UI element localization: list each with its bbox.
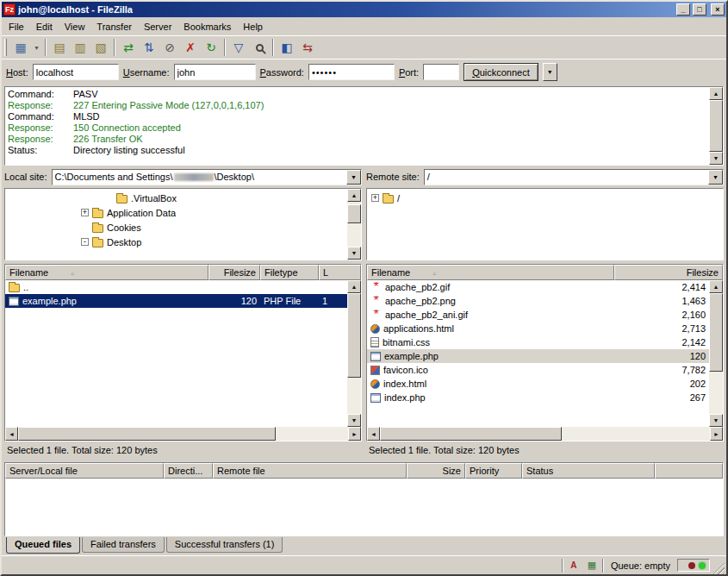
remote-list-hscrollbar[interactable]: ◄ ► [367, 427, 723, 441]
column-header-filesize[interactable]: Filesize [614, 265, 723, 280]
directory-comparison-button[interactable]: ◧ [277, 38, 297, 57]
scroll-up-button[interactable]: ▲ [709, 87, 723, 100]
scroll-left-button[interactable]: ◄ [5, 427, 18, 441]
remote-tree-item-root[interactable]: +/ [367, 191, 723, 205]
scrollbar-thumb[interactable] [709, 100, 723, 152]
column-header-last-modified[interactable]: L [319, 265, 361, 280]
host-input[interactable] [33, 64, 119, 80]
queue-column-direction[interactable]: Directi... [164, 463, 213, 479]
file-row-example-php[interactable]: example.php120 [367, 349, 709, 363]
tab-failed-transfers[interactable]: Failed transfers [82, 537, 165, 553]
scroll-down-button[interactable]: ▼ [347, 247, 361, 260]
local-list-scrollbar[interactable]: ▲ ▼ [347, 280, 361, 427]
local-list-hscrollbar[interactable]: ◄ ► [5, 427, 361, 441]
collapse-minus-icon[interactable]: - [81, 238, 89, 246]
queue-column-remote-file[interactable]: Remote file [213, 463, 407, 479]
toggle-transfer-queue-button[interactable]: ▧ [90, 38, 111, 57]
log-scrollbar[interactable]: ▲ ▼ [709, 87, 723, 165]
queue-column-server-local-file[interactable]: Server/Local file [5, 463, 164, 479]
tree-item-application-data[interactable]: +Application Data [5, 205, 347, 220]
column-header-filetype[interactable]: Filetype [260, 265, 319, 280]
scrollbar-track[interactable] [347, 293, 361, 414]
scrollbar-track[interactable] [709, 293, 723, 414]
scrollbar-thumb[interactable] [347, 204, 361, 223]
file-row[interactable]: *apache_pb2_ani.gif2,160 [367, 308, 709, 322]
process-queue-button[interactable]: ⇅ [139, 38, 159, 57]
menu-help[interactable]: Help [237, 19, 269, 34]
menu-view[interactable]: View [59, 19, 91, 34]
menu-bookmarks[interactable]: Bookmarks [177, 19, 237, 34]
password-input[interactable] [308, 64, 395, 80]
expand-plus-icon[interactable]: + [81, 209, 89, 216]
filter-button[interactable]: ▽ [228, 38, 249, 57]
file-row-example-php[interactable]: example.php 120 PHP File 1 [5, 294, 347, 308]
refresh-button[interactable]: ⇄ [118, 38, 139, 57]
scrollbar-thumb[interactable] [18, 427, 276, 441]
scroll-right-button[interactable]: ► [348, 427, 361, 441]
data-type-indicator-icon[interactable]: A [566, 559, 582, 572]
column-header-filename[interactable]: Filename▵ [367, 265, 614, 280]
file-row[interactable]: *apache_pb2.gif2,414 [367, 280, 709, 294]
file-row[interactable]: *apache_pb2.png1,463 [367, 294, 709, 308]
queue-column-size[interactable]: Size [407, 463, 465, 479]
menu-edit[interactable]: Edit [30, 19, 59, 34]
local-site-dropdown-button[interactable]: ▼ [346, 170, 361, 185]
minimize-button[interactable]: _ [676, 3, 690, 16]
find-files-button[interactable] [249, 38, 270, 57]
local-site-combo[interactable]: C:\Documents and Settings\\Desktop\ ▼ [52, 169, 362, 185]
menu-server[interactable]: Server [138, 19, 177, 34]
reconnect-button[interactable]: ↻ [201, 38, 221, 57]
remote-site-dropdown-button[interactable]: ▼ [708, 170, 723, 185]
close-button[interactable]: × [711, 3, 725, 16]
file-row[interactable]: bitnami.css2,142 [367, 335, 709, 349]
file-row[interactable]: index.html202 [367, 377, 709, 391]
resize-grip[interactable] [712, 562, 725, 574]
toolbar-grip[interactable] [4, 39, 7, 56]
toggle-message-log-button[interactable]: ▤ [49, 38, 70, 57]
title-bar[interactable]: Fz john@localhost - FileZilla _ □ × [2, 2, 726, 17]
file-row[interactable]: applications.html2,713 [367, 322, 709, 335]
menu-file[interactable]: File [3, 19, 30, 34]
file-row-parent-dir[interactable]: .. [5, 280, 347, 294]
file-row[interactable]: favicon.ico7,782 [367, 363, 709, 377]
username-input[interactable] [174, 64, 256, 80]
scroll-up-button[interactable]: ▲ [347, 189, 361, 202]
tab-successful-transfers[interactable]: Successful transfers (1) [166, 537, 283, 553]
scrollbar-track[interactable] [709, 100, 723, 152]
scroll-down-button[interactable]: ▼ [709, 152, 723, 165]
tab-queued-files[interactable]: Queued files [6, 537, 80, 554]
filezilla-app-icon[interactable]: Fz [3, 3, 16, 16]
tree-item-cookies[interactable]: Cookies [5, 220, 347, 235]
site-manager-button[interactable]: ▦ [10, 38, 31, 57]
local-tree-scrollbar[interactable]: ▲ ▼ [347, 189, 361, 260]
cancel-button[interactable]: ⊘ [159, 38, 180, 57]
expand-plus-icon[interactable]: + [371, 194, 379, 202]
column-header-filesize[interactable]: Filesize [208, 265, 260, 280]
scrollbar-thumb[interactable] [709, 293, 723, 372]
scrollbar-track[interactable] [18, 427, 348, 441]
queue-column-status[interactable]: Status [522, 463, 655, 479]
scrollbar-track[interactable] [380, 427, 710, 441]
column-header-filename[interactable]: Filename▵ [5, 265, 208, 280]
scroll-left-button[interactable]: ◄ [367, 427, 380, 441]
disconnect-button[interactable]: ✗ [180, 38, 201, 57]
synchronized-browsing-button[interactable]: ⇆ [297, 38, 318, 57]
scroll-right-button[interactable]: ► [710, 427, 723, 441]
tree-item-desktop[interactable]: -Desktop [5, 235, 347, 249]
scrollbar-thumb[interactable] [380, 427, 562, 441]
queue-column-priority[interactable]: Priority [465, 463, 522, 479]
menu-transfer[interactable]: Transfer [90, 19, 138, 34]
site-manager-dropdown-button[interactable]: ▼ [31, 38, 42, 57]
quickconnect-button[interactable]: Quickconnect [464, 63, 538, 81]
scroll-up-button[interactable]: ▲ [709, 280, 723, 293]
scroll-down-button[interactable]: ▼ [347, 414, 361, 427]
speed-limits-icon[interactable]: ▦ [584, 559, 600, 572]
quickconnect-dropdown-button[interactable]: ▼ [543, 63, 557, 81]
scrollbar-thumb[interactable] [347, 293, 361, 378]
tree-item-virtualbox[interactable]: .VirtualBox [5, 191, 347, 205]
toggle-directory-trees-button[interactable]: ▥ [70, 38, 90, 57]
restore-button[interactable]: □ [693, 3, 706, 16]
queue-list-area[interactable] [5, 479, 723, 535]
file-row[interactable]: index.php267 [367, 391, 709, 404]
remote-list-scrollbar[interactable]: ▲ ▼ [709, 280, 723, 427]
